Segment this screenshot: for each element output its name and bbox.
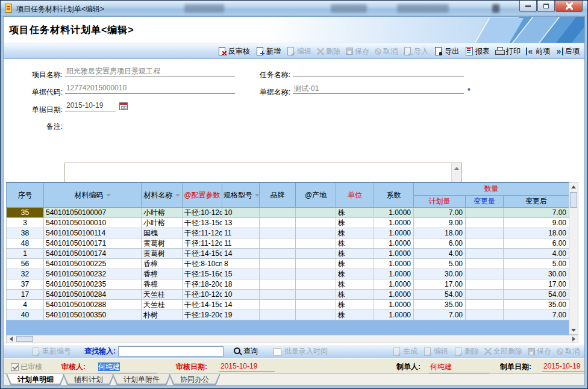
table-cell[interactable]: 干径:14-15cm	[183, 300, 222, 310]
table-cell[interactable]: 1.0000	[374, 249, 414, 259]
col-header-brand[interactable]: 品牌	[260, 183, 296, 208]
table-cell[interactable]: 株	[336, 259, 374, 269]
row-delete-button[interactable]: 删除	[454, 346, 479, 356]
table-cell[interactable]: 540101050100171	[44, 238, 142, 249]
table-cell[interactable]: 干径:10-12cm	[183, 208, 222, 218]
table-cell[interactable]: 13	[222, 218, 260, 228]
table-cell[interactable]	[296, 218, 336, 228]
table-row[interactable]: 37540101050100235香樟干径:18-20cm18株1.000017…	[7, 279, 569, 290]
table-cell[interactable]	[296, 300, 336, 310]
col-header-config-param[interactable]: @配置参数	[183, 183, 222, 208]
scroll-down-button[interactable]	[569, 326, 578, 334]
table-cell[interactable]	[260, 208, 296, 218]
table-cell[interactable]	[296, 208, 336, 218]
table-row[interactable]: 40540101050100350朴树干径:19-20cm19株1.00007.…	[7, 310, 569, 320]
table-cell[interactable]: 10	[222, 208, 260, 218]
table-cell[interactable]: 株	[336, 279, 374, 290]
table-row[interactable]: 56540101050100225香樟干径:8-10cm8株1.00005.00…	[7, 259, 569, 269]
table-cell[interactable]: 7.00	[414, 310, 466, 320]
table-cell[interactable]	[466, 249, 504, 259]
table-cell[interactable]: 干径:8-10cm	[183, 259, 222, 269]
table-cell[interactable]: 10	[222, 290, 260, 300]
table-cell[interactable]: 1.0000	[374, 228, 414, 238]
cancel-button[interactable]: 取消	[375, 46, 398, 57]
table-cell[interactable]: 35	[7, 208, 44, 218]
unaudit-button[interactable]: 反审核	[217, 46, 250, 57]
table-cell[interactable]: 7.00	[504, 310, 569, 320]
tab-plan-detail[interactable]: 计划单明细	[6, 374, 65, 386]
table-cell[interactable]: 17	[7, 290, 44, 300]
table-cell[interactable]: 38	[7, 228, 44, 238]
table-cell[interactable]	[260, 300, 296, 310]
table-cell[interactable]: 株	[336, 238, 374, 249]
table-row[interactable]: 1540101050100174黄葛树干径:14-15cm14株1.00004.…	[7, 249, 569, 259]
table-cell[interactable]: 540101050100225	[44, 259, 142, 269]
col-header-planned-qty[interactable]: 计划量	[414, 195, 466, 208]
table-cell[interactable]: 5.00	[504, 259, 569, 269]
table-cell[interactable]: 30.00	[504, 269, 569, 279]
table-cell[interactable]	[466, 310, 504, 320]
close-button[interactable]	[555, 1, 583, 12]
col-header-after-change[interactable]: 变更后	[504, 195, 569, 208]
table-cell[interactable]: 1.0000	[374, 290, 414, 300]
col-header-material-name[interactable]: 材料名称	[142, 183, 183, 208]
table-cell[interactable]: 7.00	[504, 208, 569, 218]
filter-icon[interactable]	[106, 194, 111, 197]
table-cell[interactable]: 6.00	[414, 238, 466, 249]
table-cell[interactable]: 14	[222, 249, 260, 259]
table-cell[interactable]	[296, 269, 336, 279]
table-cell[interactable]: 540101050100235	[44, 279, 142, 290]
table-cell[interactable]: 株	[336, 300, 374, 310]
print-button[interactable]: 打印	[495, 46, 521, 57]
title-bar[interactable]: 项目任务材料计划单<编辑>	[1, 1, 587, 16]
table-cell[interactable]	[296, 259, 336, 269]
table-cell[interactable]	[466, 259, 504, 269]
tab-auxiliary-plan[interactable]: 辅料计划	[63, 374, 114, 386]
table-cell[interactable]: 4.00	[414, 249, 466, 259]
table-cell[interactable]	[296, 249, 336, 259]
table-cell[interactable]: 干径:11-12cm	[183, 238, 222, 249]
table-cell[interactable]: 香樟	[142, 259, 183, 269]
table-cell[interactable]: 11	[222, 228, 260, 238]
table-cell[interactable]: 1	[7, 249, 44, 259]
table-cell[interactable]: 小叶榕	[142, 208, 183, 218]
table-cell[interactable]: 干径:18-20cm	[183, 279, 222, 290]
calendar-icon[interactable]	[119, 102, 128, 110]
table-cell[interactable]	[296, 279, 336, 290]
table-cell[interactable]: 黄葛树	[142, 238, 183, 249]
row-edit-button[interactable]: 编辑	[423, 346, 448, 356]
table-row[interactable]: 17540101050100284天竺桂干径:10-12cm10株1.00005…	[7, 290, 569, 300]
table-cell[interactable]: 540101050100232	[44, 269, 142, 279]
table-cell[interactable]: 黄葛树	[142, 249, 183, 259]
table-cell[interactable]: 株	[336, 218, 374, 228]
table-cell[interactable]: 540101050100010	[44, 218, 142, 228]
table-cell[interactable]: 株	[336, 269, 374, 279]
table-cell[interactable]	[260, 249, 296, 259]
table-cell[interactable]: 540101050100007	[44, 208, 142, 218]
table-cell[interactable]	[260, 290, 296, 300]
table-cell[interactable]: 540101050100284	[44, 290, 142, 300]
scroll-up-icon[interactable]	[454, 167, 459, 170]
table-row[interactable]: 38540101050100114国槐干径:11-12cm11株1.000018…	[7, 228, 569, 238]
table-cell[interactable]: 37	[7, 279, 44, 290]
table-cell[interactable]	[466, 269, 504, 279]
table-cell[interactable]: 4.00	[504, 249, 569, 259]
table-cell[interactable]	[466, 208, 504, 218]
report-button[interactable]: 报表	[464, 46, 490, 57]
table-cell[interactable]: 54.00	[414, 290, 466, 300]
col-header-seq[interactable]: 序号	[7, 183, 44, 208]
table-cell[interactable]: 香樟	[142, 269, 183, 279]
table-cell[interactable]	[466, 238, 504, 249]
table-cell[interactable]: 国槐	[142, 228, 183, 238]
search-input[interactable]	[118, 346, 224, 356]
table-cell[interactable]	[296, 310, 336, 320]
table-cell[interactable]: 干径:11-12cm	[183, 228, 222, 238]
table-cell[interactable]: 香樟	[142, 279, 183, 290]
table-cell[interactable]: 56	[7, 259, 44, 269]
table-cell[interactable]	[296, 238, 336, 249]
table-cell[interactable]: 株	[336, 208, 374, 218]
table-cell[interactable]: 株	[336, 290, 374, 300]
table-cell[interactable]: 17.00	[414, 279, 466, 290]
task-name-field[interactable]	[293, 66, 464, 76]
filter-icon[interactable]	[175, 194, 180, 197]
